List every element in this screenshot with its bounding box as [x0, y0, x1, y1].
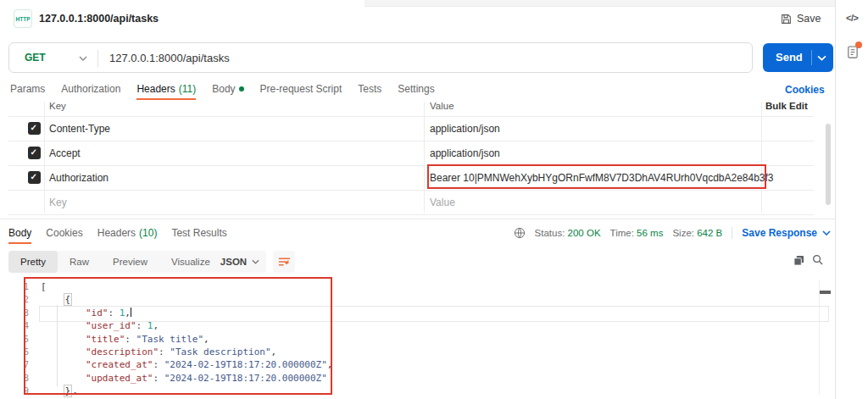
save-icon [781, 14, 792, 25]
search-icon [812, 254, 823, 265]
response-tab-body[interactable]: Body [8, 227, 31, 239]
chevron-down-icon [252, 259, 259, 264]
response-view-switcher: Pretty Raw Preview Visualize [8, 251, 222, 273]
request-tab[interactable]: HTTP 127.0.0.1:8000/api/tasks [14, 9, 159, 28]
line-number: 2 [0, 293, 29, 306]
view-tab-visualize[interactable]: Visualize [159, 251, 222, 273]
tab-params[interactable]: Params [10, 83, 45, 95]
save-button[interactable]: Save [781, 13, 821, 25]
key-placeholder[interactable]: Key [49, 197, 67, 208]
right-sidebar [835, 0, 868, 399]
view-tab-preview[interactable]: Preview [101, 251, 159, 273]
code-line: "id": 1, [41, 307, 332, 319]
code-icon: </> [846, 13, 858, 23]
code-line: "created_at": "2024-02-19T18:17:20.00000… [41, 358, 332, 371]
header-value[interactable]: application/json [430, 147, 500, 159]
code-snippet-button[interactable]: </> [846, 13, 858, 23]
header-enabled-checkbox[interactable] [28, 122, 41, 135]
response-tabs: Body Cookies Headers(10) Test Results [8, 227, 227, 239]
send-label: Send [776, 51, 803, 64]
bulk-edit-button[interactable]: Bulk Edit [765, 101, 808, 111]
header-row-accept: Accept application/json [8, 141, 814, 166]
time-value: 56 ms [637, 228, 663, 238]
send-button[interactable]: Send [763, 43, 833, 72]
code-line: "user_id": 1, [41, 319, 332, 332]
postman-window: { "window": { "tab_title": "127.0.0.1:80… [0, 0, 868, 399]
code-line: { [41, 293, 332, 306]
line-numbers: 123456789 [0, 280, 29, 398]
http-request-icon: HTTP [14, 9, 32, 28]
status-item: Status: 200 OK [535, 228, 601, 238]
format-label: JSON [220, 257, 247, 267]
url-input[interactable]: 127.0.0.1:8000/api/tasks [109, 52, 230, 64]
url-divider [97, 50, 98, 67]
tab-pre-request-script[interactable]: Pre-request Script [260, 83, 342, 95]
column-header-value: Value [430, 101, 454, 111]
tab-body[interactable]: Body [212, 83, 243, 95]
tab-strip-background [364, 0, 835, 7]
response-tab-test-results[interactable]: Test Results [171, 227, 226, 239]
line-number: 4 [0, 319, 29, 332]
request-tab-title: 127.0.0.1:8000/api/tasks [39, 13, 159, 25]
tab-authorization[interactable]: Authorization [61, 83, 120, 95]
header-enabled-checkbox[interactable] [28, 171, 41, 184]
table-scrollbar[interactable] [826, 124, 831, 205]
header-key[interactable]: Content-Type [49, 123, 110, 135]
time-item: Time: 56 ms [610, 228, 664, 238]
meta-divider [732, 227, 732, 239]
format-selector[interactable]: JSON [214, 251, 266, 273]
header-enabled-checkbox[interactable] [28, 147, 41, 159]
code-line: }, [41, 385, 332, 397]
response-scrollbar-thumb[interactable] [820, 291, 831, 294]
header-key[interactable]: Accept [49, 147, 81, 159]
save-label: Save [797, 13, 821, 25]
cookies-link[interactable]: Cookies [785, 84, 825, 96]
line-number: 7 [0, 358, 29, 371]
tab-settings[interactable]: Settings [398, 83, 434, 95]
save-response-button[interactable]: Save Response [742, 227, 831, 239]
copy-icon [793, 255, 804, 266]
body-modified-dot-icon [239, 86, 244, 91]
header-value[interactable]: Bearer 10|PMNWehXybHYgORnFwfM8V7D3DhAV4R… [430, 172, 774, 184]
line-number: 9 [0, 385, 29, 397]
response-meta: Status: 200 OK Time: 56 ms Size: 642 B S… [514, 227, 831, 239]
comments-button[interactable] [846, 45, 859, 59]
code-line: [ [41, 280, 332, 293]
wrap-lines-icon [278, 257, 291, 267]
headers-count: (11) [179, 83, 196, 95]
response-scroll-track [819, 280, 820, 395]
wrap-lines-button[interactable] [273, 251, 295, 273]
value-placeholder[interactable]: Value [430, 197, 455, 208]
view-tab-pretty[interactable]: Pretty [8, 251, 58, 273]
copy-response-button[interactable] [793, 255, 804, 266]
search-response-button[interactable] [812, 254, 823, 265]
code-line: "updated_at": "2024-02-19T18:17:20.00000… [41, 372, 332, 385]
code-lines[interactable]: [ { "id": 1, "user_id": 1, "title": "Tas… [41, 280, 332, 398]
line-number: 1 [0, 280, 29, 293]
column-header-key: Key [49, 101, 66, 111]
header-row-authorization: Authorization Bearer 10|PMNWehXybHYgORnF… [8, 166, 814, 191]
tab-headers[interactable]: Headers(11) [136, 83, 196, 95]
line-number: 5 [0, 333, 29, 346]
network-globe-icon[interactable] [514, 227, 526, 239]
notification-dot-icon [855, 42, 862, 48]
send-button-divider [811, 50, 812, 65]
status-value: 200 OK [568, 228, 601, 238]
response-section-divider [0, 219, 835, 219]
code-line: "description": "Task description", [41, 346, 332, 358]
response-tab-headers[interactable]: Headers(10) [97, 227, 158, 239]
chevron-down-icon [822, 230, 831, 236]
response-tab-cookies[interactable]: Cookies [46, 227, 82, 239]
line-number: 3 [0, 307, 29, 319]
method-selector[interactable]: GET [25, 52, 46, 64]
header-value[interactable]: application/json [430, 123, 500, 135]
chevron-down-icon[interactable] [79, 56, 87, 61]
view-tab-raw[interactable]: Raw [58, 251, 101, 273]
code-line: "title": "Task title", [41, 333, 332, 346]
line-number: 8 [0, 372, 29, 385]
header-key[interactable]: Authorization [49, 172, 108, 184]
send-options-chevron-icon[interactable] [817, 55, 826, 61]
response-headers-count: (10) [139, 227, 157, 239]
url-bar: GET 127.0.0.1:8000/api/tasks [8, 42, 753, 73]
tab-tests[interactable]: Tests [358, 83, 381, 95]
